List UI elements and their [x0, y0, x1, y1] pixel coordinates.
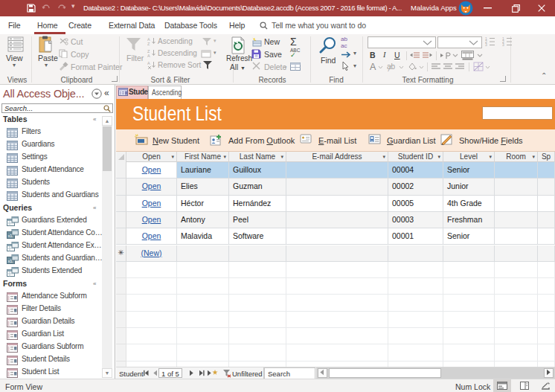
svg-text:3: 3	[502, 42, 504, 46]
svg-text:A: A	[147, 54, 150, 57]
svg-text:3: 3	[485, 42, 487, 46]
svg-text:Z: Z	[147, 42, 150, 45]
svg-text:A: A	[147, 61, 150, 65]
